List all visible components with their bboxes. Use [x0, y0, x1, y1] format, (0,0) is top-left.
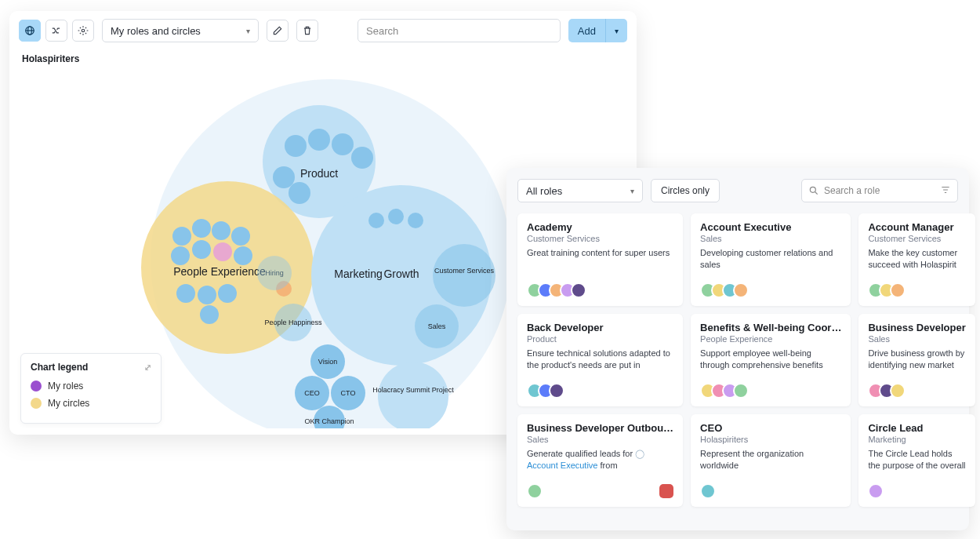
svg-point-26: [176, 284, 195, 303]
card-circle: Marketing: [868, 435, 965, 444]
card-avatars: [868, 477, 965, 499]
map-toolbar: My roles and circles ▾ Search Add ▾: [9, 11, 637, 50]
svg-text:Marketing: Marketing: [334, 268, 382, 280]
svg-text:CTO: CTO: [341, 389, 356, 397]
card-desc: Developing customer relations and sales: [700, 247, 841, 271]
svg-point-17: [257, 256, 292, 290]
svg-point-22: [171, 246, 190, 265]
filter-icon[interactable]: [940, 184, 951, 198]
settings-view-button[interactable]: [72, 20, 94, 42]
collapse-icon[interactable]: ⤢: [144, 362, 151, 373]
view-mode-group: [19, 20, 94, 42]
legend-item-circles: My circles: [31, 398, 151, 409]
circles-only-toggle[interactable]: Circles only: [651, 179, 720, 202]
card-desc: Generate qualified leads for ◯ Account E…: [527, 448, 673, 472]
svg-point-39: [368, 213, 384, 228]
legend-label: My roles: [48, 381, 83, 392]
card-title: Account Executive: [700, 221, 841, 233]
trash-icon: [302, 25, 313, 36]
svg-text:People Happiness: People Happiness: [264, 319, 322, 326]
card-title: Account Manager: [868, 221, 965, 233]
globe-view-button[interactable]: [19, 20, 41, 42]
card-circle: Sales: [700, 234, 841, 243]
card-title: Academy: [527, 221, 673, 233]
role-card-grid: Academy Customer Services Great training…: [517, 213, 958, 507]
svg-point-41: [408, 213, 423, 228]
svg-point-35: [433, 244, 495, 307]
role-card[interactable]: Business Developer Sales Drive business …: [858, 314, 975, 406]
svg-text:Holacracy Summit Project: Holacracy Summit Project: [372, 386, 454, 394]
swatch-purple: [31, 381, 42, 392]
role-card[interactable]: Account Executive Sales Developing custo…: [691, 213, 851, 306]
search-placeholder: Search: [366, 25, 398, 37]
avatar: [868, 483, 884, 499]
svg-text:Customer Services: Customer Services: [434, 267, 495, 275]
add-dropdown-button[interactable]: ▾: [605, 19, 627, 42]
card-avatars: [527, 276, 673, 298]
svg-point-8: [308, 129, 330, 151]
card-title: Circle Lead: [868, 422, 965, 434]
card-desc: Great training content for super users: [527, 247, 673, 259]
org-title: Holaspiriters: [9, 50, 637, 67]
role-link[interactable]: Account Executive: [527, 461, 598, 470]
add-button-group: Add ▾: [568, 19, 627, 42]
chart-legend: Chart legend ⤢ My roles My circles: [20, 353, 162, 424]
card-desc: Represent the organization worldwide: [700, 448, 841, 472]
shuffle-view-button[interactable]: [45, 20, 67, 42]
card-title: Business Developer Outbou…: [527, 422, 673, 434]
card-desc: Make the key customer succeed with Holas…: [868, 247, 965, 271]
svg-point-29: [200, 305, 219, 324]
avatar: [890, 383, 906, 399]
chevron-down-icon: ▾: [630, 187, 634, 195]
legend-item-roles: My roles: [31, 381, 151, 392]
svg-line-53: [815, 192, 818, 195]
card-title: CEO: [700, 422, 841, 434]
svg-point-25: [234, 246, 252, 265]
card-avatars: [527, 377, 673, 399]
chevron-down-icon: ▾: [246, 27, 250, 35]
svg-point-18: [172, 227, 191, 246]
svg-point-21: [231, 227, 250, 246]
roles-search-input[interactable]: Search a role: [801, 179, 958, 202]
edit-button[interactable]: [267, 20, 289, 42]
add-button[interactable]: Add: [568, 19, 605, 42]
search-icon: [808, 185, 819, 196]
svg-point-10: [351, 147, 373, 169]
roles-filter-label: All roles: [526, 185, 562, 197]
card-desc: Drive business growth by identifying new…: [868, 348, 965, 371]
globe-icon: [24, 25, 35, 36]
role-card[interactable]: Circle Lead Marketing The Circle Lead ho…: [858, 414, 975, 507]
svg-text:Product: Product: [300, 167, 338, 180]
delete-button[interactable]: [296, 20, 318, 42]
role-card[interactable]: Back Developer Product Ensure technical …: [517, 314, 683, 406]
svg-point-19: [192, 219, 211, 238]
svg-text:Vision: Vision: [318, 358, 337, 366]
card-title: Business Developer: [868, 322, 965, 333]
card-circle: Customer Services: [527, 234, 673, 243]
role-card[interactable]: Account Manager Customer Services Make t…: [858, 213, 975, 306]
avatar: [733, 282, 749, 298]
card-circle: Holaspiriters: [700, 435, 841, 444]
map-search-input[interactable]: Search: [358, 19, 561, 42]
gear-icon: [78, 25, 89, 36]
card-avatars: [700, 276, 841, 298]
svg-point-11: [273, 166, 295, 188]
card-circle: Product: [527, 334, 673, 344]
role-card[interactable]: Business Developer Outbou… Sales Generat…: [517, 414, 683, 507]
card-desc: The Circle Lead holds the purpose of the…: [868, 448, 965, 472]
map-filter-dropdown[interactable]: My roles and circles ▾: [102, 19, 259, 42]
svg-point-52: [810, 187, 815, 192]
avatar: [571, 282, 586, 298]
card-avatars: [527, 477, 673, 499]
map-filter-label: My roles and circles: [111, 25, 201, 37]
role-card[interactable]: Academy Customer Services Great training…: [517, 213, 683, 306]
roles-filter-dropdown[interactable]: All roles ▾: [517, 179, 643, 202]
svg-point-28: [218, 284, 237, 303]
role-card[interactable]: CEO Holaspiriters Represent the organiza…: [691, 414, 851, 507]
svg-point-3: [82, 29, 85, 32]
avatar: [890, 282, 906, 298]
card-circle: Sales: [868, 334, 965, 344]
svg-text:OKR Champion: OKR Champion: [304, 417, 354, 425]
card-avatars: [868, 377, 965, 399]
role-card[interactable]: Benefits & Well-being Coor… People Exper…: [691, 314, 851, 406]
